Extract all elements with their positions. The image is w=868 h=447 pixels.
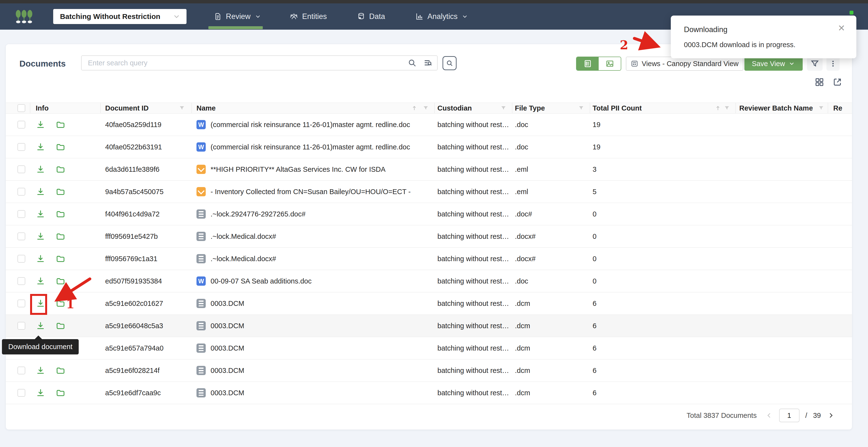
table-row[interactable]: 6da3d611fe389f6 **HIGH PRIORITY** AltaGa… [6,158,852,181]
row-checkbox[interactable] [18,188,25,196]
row-checkbox[interactable] [18,277,25,285]
filter-funnel-icon[interactable] [818,105,824,111]
header-document-id[interactable]: Document ID [101,103,192,113]
filter-funnel-icon[interactable] [423,105,429,111]
document-name[interactable]: **HIGH PRIORITY** AltaGas Services Inc. … [211,166,385,174]
header-re-clipped[interactable]: Re [828,103,852,113]
save-view-button[interactable]: Save View [744,57,803,71]
folder-icon[interactable] [56,321,65,331]
table-row[interactable]: 40fae0522b63191 W (commercial risk reins… [6,136,852,158]
table-row[interactable]: a5c91e66048c5a3 0003.DCM batching withou… [6,315,852,337]
close-icon[interactable]: ✕ [838,24,845,33]
download-icon[interactable] [36,232,45,241]
next-page-icon[interactable] [827,411,835,420]
table-row[interactable]: 40fae05a259d119 W (commercial risk reins… [6,114,852,136]
folder-icon[interactable] [56,254,65,264]
nav-item-analytics[interactable]: Analytics [415,3,468,30]
folder-icon[interactable] [56,299,65,308]
advanced-search-icon[interactable] [423,58,433,68]
row-checkbox[interactable] [18,233,25,240]
document-name[interactable]: 0003.DCM [211,300,244,307]
row-checkbox[interactable] [18,210,25,218]
table-row[interactable]: fff0956769c1a31 .~lock.Medical.docx# bat… [6,248,852,270]
row-checkbox[interactable] [18,166,25,173]
table-row[interactable]: fff095691e5427b .~lock.Medical.docx# bat… [6,226,852,248]
filter-funnel-icon[interactable] [500,105,507,111]
nav-item-data[interactable]: Data [357,3,385,30]
more-options-button[interactable] [827,57,840,71]
row-checkbox[interactable] [18,300,25,307]
download-icon[interactable] [36,276,45,286]
page-number-input[interactable] [779,409,800,422]
image-view-button[interactable] [599,57,621,70]
document-name[interactable]: 0003.DCM [211,344,244,352]
select-all-checkbox[interactable] [18,104,25,112]
row-checkbox[interactable] [18,143,25,151]
export-icon[interactable] [833,77,842,87]
row-checkbox[interactable] [18,255,25,263]
document-name[interactable]: - Inventory Collected from CN=Susan Bail… [211,188,411,196]
document-name[interactable]: 0003.DCM [211,366,244,375]
nav-item-entities[interactable]: Entities [289,3,327,30]
table-row[interactable]: a5c91e602c01627 0003.DCM batching withou… [6,293,852,315]
filter-button[interactable] [807,57,823,71]
download-icon[interactable] [36,299,45,308]
download-icon[interactable] [36,321,45,331]
download-icon[interactable] [36,142,45,152]
list-view-button[interactable] [577,57,599,70]
document-name[interactable]: .~lock.2924776-2927265.doc# [211,210,306,218]
row-checkbox[interactable] [18,121,25,128]
table-row[interactable]: ed507f591935384 W 00-09-07 SA Seab addit… [6,270,852,293]
table-row[interactable]: a5c91e657a794a0 0003.DCM batching withou… [6,337,852,360]
table-row[interactable]: f404f961c4d9a72 .~lock.2924776-2927265.d… [6,203,852,226]
header-file-type[interactable]: File Type [513,103,590,113]
download-icon[interactable] [36,165,45,174]
search-input[interactable] [88,59,401,67]
table-row[interactable]: a5c91e6f028214f 0003.DCM batching withou… [6,360,852,382]
document-name[interactable]: 0003.DCM [211,322,244,330]
document-name[interactable]: 0003.DCM [211,389,244,397]
row-checkbox[interactable] [18,322,25,330]
filter-funnel-icon[interactable] [724,105,730,111]
download-icon[interactable] [36,120,45,129]
download-icon[interactable] [36,254,45,264]
filter-funnel-icon[interactable] [578,105,584,111]
header-name[interactable]: Name [192,103,435,113]
pii-count-cell: 0 [590,270,736,292]
saved-search-button[interactable] [442,56,457,70]
folder-icon[interactable] [56,366,65,375]
header-custodian[interactable]: Custodian [435,103,513,113]
folder-icon[interactable] [56,388,65,398]
search-icon[interactable] [407,58,417,67]
document-name[interactable]: (commercial risk reinsurance 11-26-01)ma… [211,121,410,129]
download-icon[interactable] [36,209,45,219]
sort-up-icon[interactable] [411,105,418,112]
header-reviewer-batch-name[interactable]: Reviewer Batch Name [736,103,828,113]
folder-icon[interactable] [56,142,65,152]
row-checkbox[interactable] [18,389,25,397]
folder-icon[interactable] [56,165,65,174]
folder-icon[interactable] [56,187,65,197]
filter-funnel-icon[interactable] [179,105,185,111]
download-icon[interactable] [36,187,45,197]
columns-grid-icon[interactable] [814,77,824,87]
folder-icon[interactable] [56,209,65,219]
table-row[interactable]: 9a4b57a5c450075 - Inventory Collected fr… [6,181,852,203]
header-total-pii-count[interactable]: Total PII Count [590,103,736,113]
download-icon[interactable] [36,388,45,398]
folder-icon[interactable] [56,120,65,129]
document-name[interactable]: .~lock.Medical.docx# [211,255,276,263]
document-name[interactable]: 00-09-07 SA Seab additions.doc [211,277,312,285]
table-row[interactable]: a5c91e6df7caa9c 0003.DCM batching withou… [6,382,852,404]
project-selector[interactable]: Batching Without Restriction [53,9,187,24]
folder-icon[interactable] [56,232,65,241]
document-name[interactable]: (commercial risk reinsurance 11-26-01)ma… [211,143,410,151]
folder-icon[interactable] [56,276,65,286]
download-icon[interactable] [36,366,45,375]
nav-item-review[interactable]: Review [214,3,261,30]
previous-page-icon[interactable] [765,411,773,420]
document-name[interactable]: .~lock.Medical.docx# [211,233,276,240]
views-selector[interactable]: Views - Canopy Standard View [626,57,743,71]
sort-up-icon[interactable] [714,105,721,112]
row-checkbox[interactable] [18,366,25,375]
